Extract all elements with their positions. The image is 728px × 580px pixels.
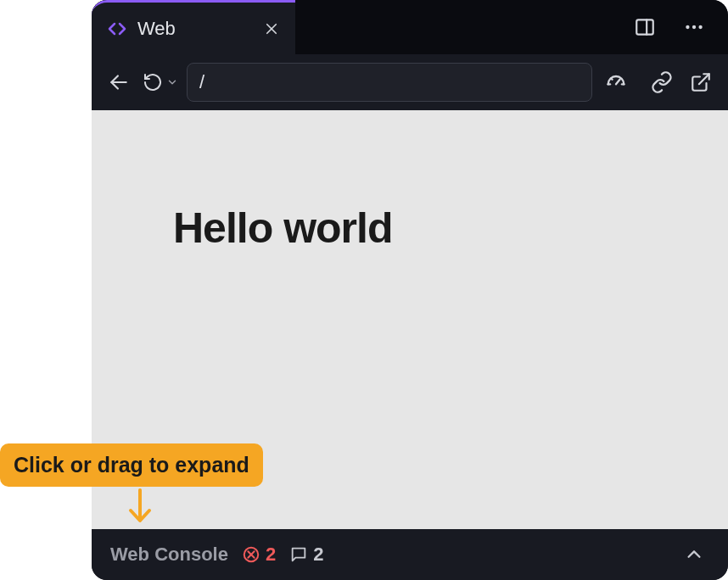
- svg-point-6: [698, 25, 702, 29]
- web-console-bar[interactable]: Web Console 2 2: [92, 529, 728, 580]
- tab-web[interactable]: Web: [92, 0, 295, 54]
- back-icon[interactable]: [104, 67, 134, 98]
- browser-toolbar: [92, 54, 728, 110]
- page-heading: Hello world: [173, 204, 728, 253]
- svg-line-8: [616, 80, 620, 85]
- error-icon: [242, 545, 260, 564]
- console-error-badge[interactable]: 2: [242, 544, 276, 566]
- performance-icon[interactable]: [601, 67, 631, 98]
- code-brackets-icon: [107, 19, 127, 39]
- chevron-up-icon[interactable]: [679, 539, 709, 570]
- tabbar-actions: [295, 0, 728, 54]
- open-external-icon[interactable]: [686, 67, 716, 98]
- browser-window: Web: [92, 0, 728, 580]
- annotation-tooltip: Click or drag to expand: [0, 443, 263, 487]
- reload-button[interactable]: [143, 67, 178, 98]
- url-input[interactable]: [199, 71, 580, 93]
- split-panel-icon[interactable]: [630, 12, 660, 42]
- svg-rect-2: [636, 20, 653, 34]
- message-icon: [289, 545, 308, 564]
- tab-bar: Web: [92, 0, 728, 54]
- more-menu-icon[interactable]: [679, 12, 709, 42]
- tab-title: Web: [137, 18, 253, 40]
- svg-point-5: [692, 25, 696, 29]
- close-icon[interactable]: [263, 20, 280, 37]
- annotation-arrow-icon: [126, 488, 154, 526]
- svg-line-11: [611, 78, 612, 79]
- console-message-badge[interactable]: 2: [289, 544, 323, 566]
- link-icon[interactable]: [647, 67, 677, 98]
- console-label: Web Console: [110, 544, 228, 566]
- url-bar[interactable]: [187, 63, 592, 102]
- svg-point-4: [686, 25, 689, 29]
- console-error-count: 2: [266, 544, 276, 566]
- console-message-count: 2: [313, 544, 323, 566]
- svg-line-12: [699, 74, 709, 84]
- annotation-text: Click or drag to expand: [14, 453, 249, 477]
- chevron-down-icon: [166, 76, 178, 88]
